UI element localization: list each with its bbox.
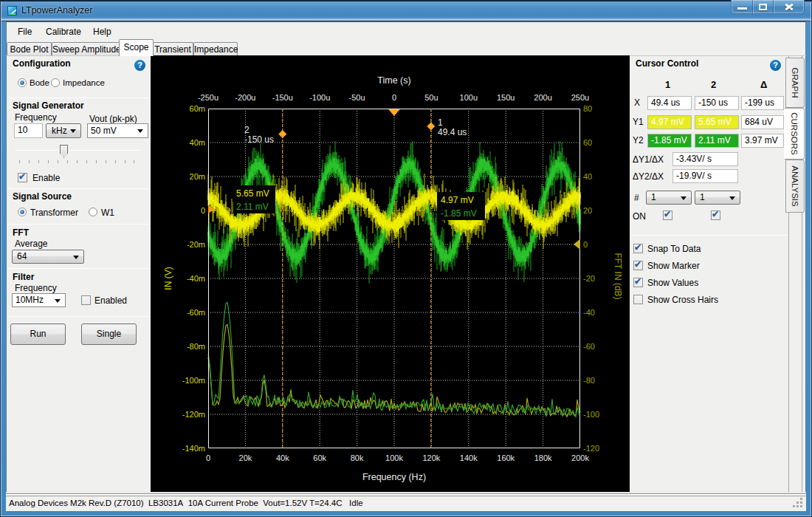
svg-text:50u: 50u (424, 93, 438, 102)
svg-text:-1.85 mV: -1.85 mV (441, 208, 477, 219)
svg-text:40m: 40m (190, 138, 205, 147)
svg-text:-120: -120 (583, 444, 599, 453)
svg-text:49.4 us: 49.4 us (438, 127, 467, 137)
svg-text:0: 0 (201, 206, 205, 215)
svg-text:80: 80 (583, 104, 592, 113)
svg-text:100k: 100k (385, 453, 403, 462)
svg-text:250u: 250u (571, 93, 589, 102)
svg-text:-50u: -50u (349, 93, 365, 102)
svg-text:-80: -80 (583, 376, 595, 385)
svg-text:5.65 mV: 5.65 mV (236, 188, 269, 199)
svg-text:20k: 20k (239, 453, 252, 462)
svg-text:0: 0 (206, 453, 210, 462)
svg-text:160k: 160k (497, 453, 515, 462)
svg-text:-40: -40 (583, 308, 595, 317)
svg-text:-150 us: -150 us (244, 134, 274, 145)
svg-text:2.11 mV: 2.11 mV (236, 202, 269, 212)
svg-text:60m: 60m (190, 104, 205, 113)
svg-text:-150u: -150u (272, 93, 293, 102)
svg-text:-200u: -200u (235, 93, 255, 102)
svg-text:Time (s): Time (s) (377, 75, 410, 86)
svg-text:180k: 180k (534, 453, 552, 462)
svg-text:60k: 60k (313, 453, 326, 462)
svg-text:-20: -20 (583, 274, 595, 283)
svg-text:2: 2 (244, 125, 250, 135)
svg-text:-140m: -140m (182, 444, 205, 453)
svg-text:-60: -60 (583, 342, 595, 351)
svg-text:200k: 200k (571, 453, 589, 462)
svg-text:Frequency (Hz): Frequency (Hz) (362, 472, 426, 482)
svg-text:120k: 120k (422, 453, 440, 462)
svg-text:200u: 200u (534, 93, 551, 102)
svg-text:-100: -100 (583, 410, 599, 419)
svg-text:60: 60 (583, 138, 592, 147)
svg-text:-40m: -40m (187, 274, 205, 283)
svg-text:40k: 40k (276, 453, 289, 462)
svg-text:100u: 100u (460, 93, 478, 102)
svg-text:-120m: -120m (182, 410, 205, 419)
svg-text:-60m: -60m (187, 308, 205, 317)
svg-text:-80m: -80m (187, 342, 205, 351)
svg-text:-20m: -20m (187, 240, 205, 249)
svg-text:0: 0 (392, 93, 396, 102)
svg-text:140k: 140k (460, 453, 478, 462)
svg-text:40: 40 (583, 172, 592, 181)
svg-text:0: 0 (583, 240, 588, 249)
svg-text:-100u: -100u (309, 93, 330, 102)
svg-text:80k: 80k (351, 453, 364, 462)
svg-text:1: 1 (438, 117, 443, 128)
svg-text:-250u: -250u (198, 93, 219, 102)
svg-text:4.97 mV: 4.97 mV (441, 195, 474, 205)
svg-text:FFT IN (dB): FFT IN (dB) (613, 253, 623, 299)
svg-text:-100m: -100m (182, 376, 205, 385)
svg-text:20m: 20m (190, 172, 205, 181)
svg-text:IN (V): IN (V) (163, 267, 173, 290)
svg-text:150u: 150u (497, 93, 515, 102)
svg-text:20: 20 (583, 206, 592, 215)
